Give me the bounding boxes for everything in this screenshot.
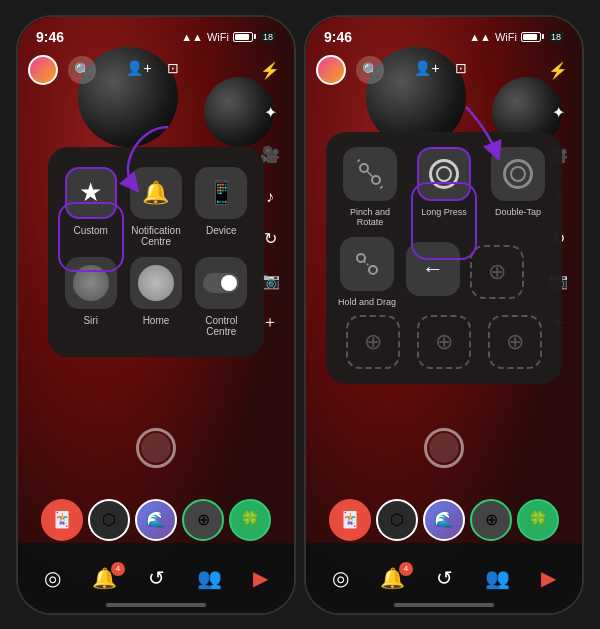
camera-mode-1 (136, 428, 176, 468)
status-time-1: 9:46 (36, 29, 64, 45)
home-label: Home (143, 315, 170, 326)
story2-3[interactable]: 🌊 (423, 499, 465, 541)
nav-play-2[interactable]: ▶ (541, 566, 556, 590)
gesture-add-3[interactable]: ⊕ (417, 315, 471, 369)
nav-bell-1[interactable]: 🔔 4 (92, 566, 117, 590)
bottom-nav-1: ◎ 🔔 4 ↺ 👥 ▶ (18, 543, 294, 613)
add-4-icon: ⊕ (506, 329, 524, 355)
phone-2: 9:46 ▲▲ WiFi 18 🔍 👤+ ⊡ ⚡ ✦ 🎥 (304, 15, 584, 615)
search-button-1[interactable]: 🔍 (68, 56, 96, 84)
svg-point-1 (372, 176, 380, 184)
status-bar-1: 9:46 ▲▲ WiFi 18 (18, 29, 294, 45)
svg-line-2 (367, 171, 373, 177)
story-circles-1: 🃏 ⬡ 🌊 ⊕ 🍀 (18, 499, 294, 541)
notification-icon: 🔔 (130, 167, 182, 219)
search-button-2[interactable]: 🔍 (356, 56, 384, 84)
story2-2[interactable]: ⬡ (376, 499, 418, 541)
signal-icon-2: ▲▲ (469, 31, 491, 43)
pinch-rotate-svg (354, 158, 386, 190)
popup-item-device[interactable]: 📱 Device (194, 167, 249, 247)
wifi-icon-1: WiFi (207, 31, 229, 43)
bell-icon: 🔔 (142, 180, 169, 206)
popup-item-notification[interactable]: 🔔 Notification Centre (128, 167, 183, 247)
svg-point-3 (357, 254, 365, 262)
nav-bell-2[interactable]: 🔔 4 (380, 566, 405, 590)
camera-shutter-small-1[interactable] (136, 428, 176, 468)
status-time-2: 9:46 (324, 29, 352, 45)
story-2[interactable]: ⬡ (88, 499, 130, 541)
double-tap-icon-box (491, 147, 545, 201)
story2-1[interactable]: 🃏 (329, 499, 371, 541)
nav-people-1[interactable]: 👥 (197, 566, 222, 590)
gesture-add-4[interactable]: ⊕ (488, 315, 542, 369)
toggle-icon (203, 273, 239, 293)
gesture-add-1[interactable]: ⊕ (470, 245, 524, 299)
main-container: 9:46 ▲▲ WiFi 18 🔍 👤+ ⊡ ⚡ ✦ 🎥 (0, 0, 600, 629)
flash-icon-2[interactable]: ⚡ (544, 57, 572, 85)
home-indicator-1 (106, 603, 206, 607)
battery-1 (233, 32, 256, 42)
story2-5[interactable]: 🍀 (517, 499, 559, 541)
popup-item-home[interactable]: Home (128, 257, 183, 337)
nav-camera-2[interactable]: ◎ (332, 566, 349, 590)
control-icon-box (195, 257, 247, 309)
frame-icon-2[interactable]: ⊡ (448, 55, 474, 81)
camera-shutter-inner-1 (141, 433, 171, 463)
bottom-nav-2: ◎ 🔔 4 ↺ 👥 ▶ (306, 543, 582, 613)
effects-icon-1[interactable]: ✦ (256, 99, 284, 127)
nav-refresh-1[interactable]: ↺ (148, 566, 165, 590)
pinch-rotate-icon-box (343, 147, 397, 201)
siri-label: Siri (83, 315, 97, 326)
bell-badge-1: 4 (111, 562, 125, 576)
battery-2 (521, 32, 544, 42)
double-tap-icon (503, 159, 533, 189)
nav-play-1[interactable]: ▶ (253, 566, 268, 590)
story-circles-2: 🃏 ⬡ 🌊 ⊕ 🍀 (306, 499, 582, 541)
status-icons-1: ▲▲ WiFi 18 (181, 31, 276, 43)
svg-point-4 (369, 266, 377, 274)
story2-4[interactable]: ⊕ (470, 499, 512, 541)
add-3-icon-box: ⊕ (417, 315, 471, 369)
add-3-icon: ⊕ (435, 329, 453, 355)
double-tap-inner (510, 166, 526, 182)
story-3[interactable]: 🌊 (135, 499, 177, 541)
gesture-hold-drag[interactable]: Hold and Drag (338, 237, 396, 307)
camera-shutter-inner-2 (429, 433, 459, 463)
nav-refresh-2[interactable]: ↺ (436, 566, 453, 590)
camera-shutter-small-2[interactable] (424, 428, 464, 468)
hold-drag-label: Hold and Drag (338, 297, 396, 307)
phone-icon: 📱 (208, 180, 235, 206)
custom-highlight-box (58, 202, 124, 272)
popup-item-control[interactable]: Control Centre (194, 257, 249, 337)
gesture-add-2[interactable]: ⊕ (346, 315, 400, 369)
long-press-highlight-box (411, 182, 477, 260)
avatar-2[interactable] (316, 55, 346, 85)
story-4[interactable]: ⊕ (182, 499, 224, 541)
add-friend-icon-2[interactable]: 👤+ (414, 55, 440, 81)
nav-people-2[interactable]: 👥 (485, 566, 510, 590)
nav-camera-1[interactable]: ◎ (44, 566, 61, 590)
gesture-row-3: ⊕ ⊕ ⊕ (338, 315, 550, 369)
double-tap-label: Double-Tap (495, 207, 541, 217)
effects-icon-2[interactable]: ✦ (544, 99, 572, 127)
flash-icon-1[interactable]: ⚡ (256, 57, 284, 85)
top-center-2: 👤+ ⊡ (414, 55, 474, 81)
wifi-icon-2: WiFi (495, 31, 517, 43)
avatar-1[interactable] (28, 55, 58, 85)
camera-mode-2 (424, 428, 464, 468)
phone-1: 9:46 ▲▲ WiFi 18 🔍 👤+ ⊡ ⚡ ✦ 🎥 (16, 15, 296, 615)
add-1-icon-box: ⊕ (470, 245, 524, 299)
status-bar-2: 9:46 ▲▲ WiFi 18 (306, 29, 582, 45)
frame-icon-1[interactable]: ⊡ (160, 55, 186, 81)
add-friend-icon-1[interactable]: 👤+ (126, 55, 152, 81)
gesture-double-tap[interactable]: Double-Tap (486, 147, 550, 227)
story-5[interactable]: 🍀 (229, 499, 271, 541)
home-icon-box (130, 257, 182, 309)
svg-point-0 (360, 164, 368, 172)
story-1[interactable]: 🃏 (41, 499, 83, 541)
hold-drag-svg (351, 248, 383, 280)
battery-percent-1: 18 (260, 31, 276, 43)
gesture-pinch-rotate[interactable]: Pinch and Rotate (338, 147, 402, 227)
svg-line-5 (364, 261, 370, 267)
notification-label: Notification Centre (128, 225, 183, 247)
